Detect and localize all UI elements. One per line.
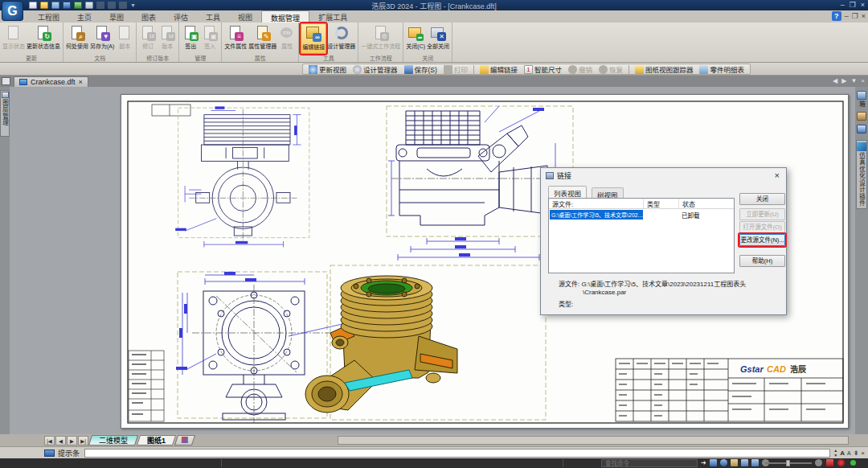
edit-links-quick-button[interactable]: 编辑链接: [477, 64, 520, 74]
tab-diagram[interactable]: 图表: [133, 10, 165, 23]
mdi-minimize-button[interactable]: –: [845, 12, 849, 20]
last-sheet-button[interactable]: ▶|: [78, 436, 88, 445]
minimize-button[interactable]: –: [841, 1, 845, 9]
info-icon[interactable]: [720, 459, 727, 466]
open-source-file-button[interactable]: 打开源文件(O): [739, 221, 785, 233]
prev-sheet-button[interactable]: ◀: [55, 436, 66, 445]
paste-panel-icon[interactable]: [857, 112, 866, 121]
document-tab[interactable]: Crankcase.dft ×: [14, 76, 88, 87]
tab-view[interactable]: 视图: [229, 10, 261, 23]
update-now-button[interactable]: 立即更新(U): [739, 208, 785, 220]
record-icon[interactable]: [826, 459, 833, 466]
design-manager-quick-button[interactable]: 设计管理器: [350, 64, 400, 74]
view-tracker-button[interactable]: 图纸视图跟踪器: [633, 64, 696, 74]
font-decrease-icon[interactable]: A: [847, 450, 851, 456]
sheet1-tab[interactable]: 图纸1: [137, 435, 176, 445]
tree-view-tab[interactable]: 树视图: [592, 187, 624, 198]
change-source-file-button[interactable]: 更改源文件(N)...: [739, 234, 785, 246]
zoom-in-icon[interactable]: [815, 459, 822, 466]
tab-list-icon[interactable]: ▼: [850, 77, 857, 84]
update-views-button[interactable]: 更新视图: [306, 64, 349, 74]
mdi-restore-button[interactable]: ❐: [852, 12, 858, 20]
tab-close-icon[interactable]: ×: [861, 77, 865, 84]
simulation-plugin-tab[interactable]: 仿真优化设计插件: [856, 140, 867, 209]
tab-sketch[interactable]: 草图: [100, 10, 133, 23]
edit-links-button[interactable]: ∞编辑链接: [301, 23, 326, 54]
save-as-button[interactable]: ▼另存为(A): [89, 23, 115, 54]
command-search-input[interactable]: [601, 459, 698, 467]
horizontal-scrollbar[interactable]: [338, 436, 849, 445]
smart-dimension-button[interactable]: 1智能尺寸: [522, 64, 564, 74]
where-used-button[interactable]: ⌕何处使用: [65, 23, 89, 54]
prompt-spinner-icon[interactable]: ▲▼: [833, 448, 837, 458]
design-manager-icon: [353, 65, 362, 74]
update-status-info-button[interactable]: ↻更新状态信息: [26, 23, 61, 54]
tab-extension-tools[interactable]: 扩展工具: [309, 10, 356, 23]
next-sheet-button[interactable]: ▶: [67, 436, 77, 445]
print-button[interactable]: 打印: [441, 64, 470, 74]
close-button[interactable]: ×: [861, 1, 865, 9]
links-dialog-icon: [546, 172, 554, 179]
revise-button[interactable]: 12修订: [138, 23, 158, 54]
select-tool-icon[interactable]: [731, 459, 738, 466]
list-view-tab[interactable]: 列表视图: [548, 186, 587, 198]
check-out-button[interactable]: ▣签出: [181, 23, 200, 54]
left-panel-tab[interactable]: 图层管理: [0, 90, 10, 137]
links-dialog-close-icon[interactable]: ×: [775, 170, 780, 180]
model-tab[interactable]: 二维模型: [88, 435, 138, 445]
tab-scroll-left-icon[interactable]: ◀: [833, 77, 837, 84]
camera-icon[interactable]: [710, 459, 717, 466]
restore-button[interactable]: ❐: [850, 1, 856, 9]
one-step-workflow-button[interactable]: ⚙一键式工作流程: [360, 23, 401, 54]
zoom-slider[interactable]: [765, 462, 812, 464]
link-row-source[interactable]: G:\桌面\工作学习\5、技术文章\202...: [550, 210, 643, 220]
undo-quick-button[interactable]: 撤销: [566, 64, 595, 74]
toolbox-panel-icon[interactable]: [857, 91, 866, 100]
stop-icon[interactable]: [837, 459, 845, 466]
show-status-button[interactable]: 显示状态: [2, 23, 26, 54]
panel-toggle-icon[interactable]: [2, 77, 10, 85]
prompt-close-icon[interactable]: ×: [861, 450, 865, 457]
check-in-button[interactable]: ▣签入: [200, 23, 219, 54]
links-dialog-titlebar[interactable]: 链接: [541, 168, 786, 183]
save-quick-button[interactable]: 保存(S): [402, 64, 440, 74]
document-tab-close-icon[interactable]: ×: [79, 78, 83, 86]
links-list[interactable]: 源文件: 类型 状态 G:\桌面\工作学习\5、技术文章\202... 已卸载: [548, 198, 735, 273]
tab-scroll-right-icon[interactable]: ▶: [841, 77, 846, 84]
app-logo-icon[interactable]: G: [2, 1, 23, 21]
window-area-icon[interactable]: [751, 459, 759, 466]
prompt-bar-field[interactable]: [84, 449, 830, 458]
tab-data-management[interactable]: 数据管理: [261, 10, 309, 23]
mdi-close-button[interactable]: ×: [862, 12, 866, 20]
first-sheet-button[interactable]: |◀: [44, 436, 55, 445]
help-button[interactable]: ?: [832, 11, 841, 21]
mv-properties-button[interactable]: mv属性: [277, 23, 297, 54]
tab-tools[interactable]: 工具: [197, 10, 229, 23]
design-manager-button[interactable]: 设计管理器: [326, 23, 356, 54]
tab-engineering-drawing[interactable]: 工程图: [29, 10, 68, 23]
command-arrow-icon[interactable]: ➜: [701, 459, 706, 466]
font-increase-icon[interactable]: A: [840, 450, 845, 457]
copy-doc-button[interactable]: 副本: [115, 23, 134, 54]
dialog-help-button[interactable]: 帮助(H): [739, 255, 785, 267]
close-file-button[interactable]: ➦关闭(C): [405, 23, 426, 54]
zoom-slider-knob[interactable]: [786, 460, 790, 466]
close-all-button[interactable]: ✕全部关闭: [426, 23, 450, 54]
help-panel-icon[interactable]: [857, 125, 866, 133]
tab-home[interactable]: 主页: [68, 10, 100, 23]
column-status[interactable]: 状态: [679, 199, 719, 208]
fit-view-icon[interactable]: [741, 459, 748, 466]
property-manager-button[interactable]: ✎属性管理器: [248, 23, 277, 54]
redo-quick-button[interactable]: 恢复: [596, 64, 625, 74]
version-button[interactable]: 12版本: [158, 23, 177, 54]
prompt-expand-icon[interactable]: ⇟: [854, 450, 859, 457]
dialog-close-button[interactable]: 关闭: [739, 193, 785, 205]
column-type[interactable]: 类型: [644, 199, 679, 208]
source-path-line2: \Crankcase.par: [583, 289, 626, 296]
link-row[interactable]: G:\桌面\工作学习\5、技术文章\202... 已卸载: [550, 210, 703, 220]
column-source-file[interactable]: 源文件:: [549, 199, 644, 208]
new-sheet-tab[interactable]: [174, 435, 195, 445]
parts-list-button[interactable]: 零件明细表: [697, 64, 747, 74]
file-properties-button[interactable]: ≡文件属性: [223, 23, 248, 54]
tab-evaluate[interactable]: 评估: [165, 10, 197, 23]
